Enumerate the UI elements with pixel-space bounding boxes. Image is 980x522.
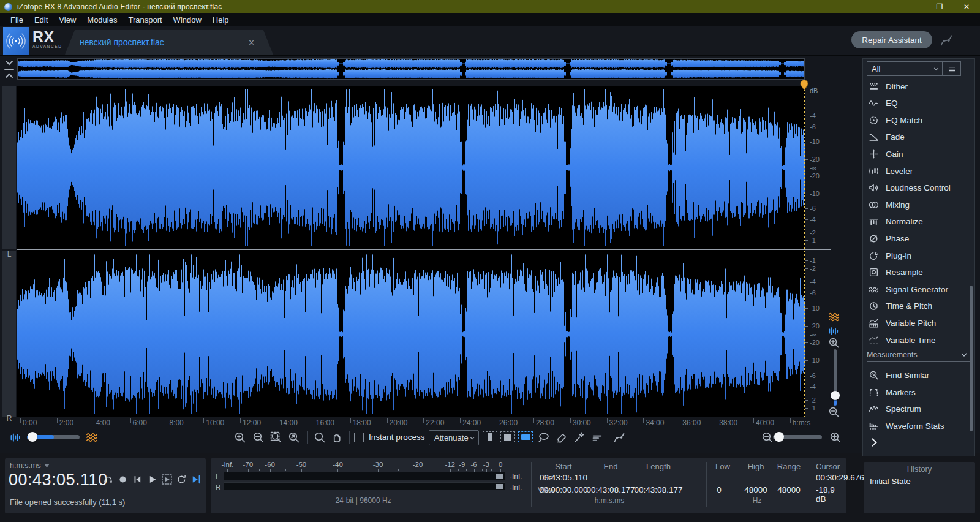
module-item-variable-time[interactable]: Variable Time	[863, 332, 971, 348]
playhead-time-display[interactable]: 00:43:05.110	[9, 471, 108, 490]
freq-range-value[interactable]: 48000	[777, 485, 801, 494]
module-item-normalize[interactable]: Normalize	[863, 214, 971, 230]
file-tab[interactable]: невский проспект.flac ✕	[65, 30, 273, 55]
waveform-right-channel[interactable]	[17, 251, 805, 417]
time-ruler[interactable]: 0:002:004:006:008:0010:0012:0014:0016:00…	[17, 418, 832, 429]
module-item-signal-generator[interactable]: Signal Generator	[863, 281, 971, 297]
freq-high-value[interactable]: 48000	[744, 485, 767, 494]
module-item-eq-match[interactable]: EQ Match	[863, 112, 971, 128]
spectrogram-view-icon[interactable]	[828, 311, 842, 325]
module-item-fade[interactable]: Fade	[863, 129, 971, 145]
zoom-extents-icon[interactable]	[288, 431, 300, 444]
play-selection-button[interactable]	[191, 474, 202, 485]
module-item-markers[interactable]: Markers	[863, 384, 971, 400]
close-button[interactable]: ✕	[953, 0, 980, 13]
history-item[interactable]: Initial State	[870, 477, 911, 486]
module-item-waveform-stats[interactable]: Waveform Stats	[863, 418, 971, 434]
attenuate-lines-icon[interactable]	[591, 431, 603, 444]
spectrogram-blend-icon[interactable]	[86, 431, 98, 444]
view-start-value[interactable]: 00:00:00.000	[540, 485, 588, 494]
channel-label-left[interactable]: L	[2, 250, 16, 259]
view-length-value[interactable]: 00:43:08.177	[635, 485, 683, 494]
waveform-left-channel[interactable]	[17, 86, 805, 249]
zoom-selection-icon[interactable]	[270, 431, 282, 444]
module-item-plug-in[interactable]: Plug-in	[863, 248, 971, 263]
tab-close-icon[interactable]: ✕	[248, 38, 255, 47]
restore-button[interactable]: ❐	[926, 0, 953, 13]
time-selection-tool[interactable]	[483, 431, 497, 442]
magnifier-tool-icon[interactable]	[314, 431, 326, 444]
module-item-gain[interactable]: Gain	[863, 146, 971, 162]
display-blend-slider-knob[interactable]	[28, 432, 37, 442]
gain-node-tool-icon[interactable]	[613, 431, 625, 444]
module-item-time-pitch[interactable]: Time & Pitch	[863, 298, 971, 314]
view-end-value[interactable]: 00:43:08.177	[587, 485, 635, 494]
time-frequency-selection-tool[interactable]	[518, 431, 533, 442]
vertical-zoom-slider-knob[interactable]	[831, 391, 840, 400]
menu-item-window[interactable]: Window	[168, 13, 207, 26]
horizontal-zoom-slider-knob[interactable]	[774, 432, 784, 442]
waveform-display[interactable]	[17, 86, 805, 417]
magic-wand-tool-icon[interactable]	[573, 431, 586, 444]
play-button[interactable]	[147, 474, 157, 485]
hand-tool-icon[interactable]	[331, 431, 343, 444]
process-mode-select[interactable]: Attenuate	[429, 430, 479, 445]
db-axis-unit: dB	[810, 87, 818, 94]
module-item-find-similar[interactable]: Find Similar	[863, 368, 971, 384]
repair-assistant-button[interactable]: Repair Assistant	[851, 31, 932, 48]
module-item-variable-pitch[interactable]: Variable Pitch	[863, 315, 971, 331]
module-item-phase[interactable]: Phase	[863, 230, 971, 246]
brush-tool-icon[interactable]	[556, 431, 568, 444]
module-item-mixing[interactable]: Mixing	[863, 197, 971, 213]
instant-process-checkbox[interactable]	[354, 433, 364, 442]
menu-item-help[interactable]: Help	[207, 13, 235, 26]
menu-item-file[interactable]: File	[5, 13, 29, 26]
module-item-loudness-control[interactable]: Loudness Control	[863, 180, 971, 196]
module-item-dither[interactable]: Dither	[863, 78, 971, 94]
preview-play-button[interactable]	[162, 474, 172, 485]
return-to-start-button[interactable]	[132, 474, 143, 485]
module-item-resample[interactable]: Resample	[863, 265, 971, 281]
module-item-spectrum[interactable]: Spectrum	[863, 401, 971, 417]
panel-expand-icon[interactable]	[869, 437, 879, 447]
loudness-control-icon	[869, 183, 879, 193]
menu-item-modules[interactable]: Modules	[81, 13, 123, 26]
channel-label-right[interactable]: R	[2, 414, 16, 423]
ruler-tick	[460, 418, 461, 423]
overview-waveform-left[interactable]	[18, 59, 804, 69]
title-bar: iZotope RX 8 Advanced Audio Editor - нев…	[0, 0, 980, 13]
frequency-selection-tool[interactable]	[500, 431, 515, 442]
menu-item-view[interactable]: View	[53, 13, 81, 26]
module-item-eq[interactable]: EQ	[863, 96, 971, 112]
ruler-tick	[240, 418, 241, 423]
horizontal-zoom-in-icon[interactable]	[829, 431, 842, 444]
module-list-scrollbar[interactable]	[970, 286, 973, 431]
horizontal-zoom-out-icon[interactable]	[761, 431, 774, 444]
vertical-zoom-in-icon[interactable]	[828, 337, 842, 350]
module-filter-select[interactable]: All	[867, 61, 943, 76]
db-axis-label: -2	[810, 265, 816, 272]
loop-button[interactable]	[176, 474, 187, 485]
channel-strip[interactable]: L R	[2, 86, 16, 417]
signal-graph-icon[interactable]	[940, 34, 953, 47]
monitor-icon[interactable]	[103, 474, 113, 485]
playhead-marker-icon[interactable]	[800, 80, 809, 91]
measurements-section-header[interactable]: Measurements	[867, 350, 968, 359]
menu-item-transport[interactable]: Transport	[123, 13, 167, 26]
sel-start-value[interactable]: 00:43:05.110	[540, 473, 587, 482]
playhead-line[interactable]	[804, 81, 805, 417]
zoom-out-time-icon[interactable]	[252, 431, 265, 444]
waveform-blend-icon[interactable]	[10, 431, 22, 444]
menu-item-edit[interactable]: Edit	[29, 13, 53, 26]
overview-collapse-icon[interactable]	[3, 59, 15, 79]
module-menu-button[interactable]	[943, 61, 961, 76]
overview-waveform[interactable]	[17, 58, 805, 80]
time-format-select[interactable]: h:m:s.ms	[10, 461, 50, 470]
zoom-in-time-icon[interactable]	[234, 431, 246, 444]
lasso-tool-icon[interactable]	[538, 431, 550, 444]
overview-waveform-right[interactable]	[18, 69, 804, 79]
minimize-button[interactable]: –	[899, 0, 926, 13]
freq-low-value[interactable]: 0	[717, 485, 722, 494]
module-item-leveler[interactable]: Leveler	[863, 163, 971, 179]
record-button[interactable]	[118, 474, 128, 485]
